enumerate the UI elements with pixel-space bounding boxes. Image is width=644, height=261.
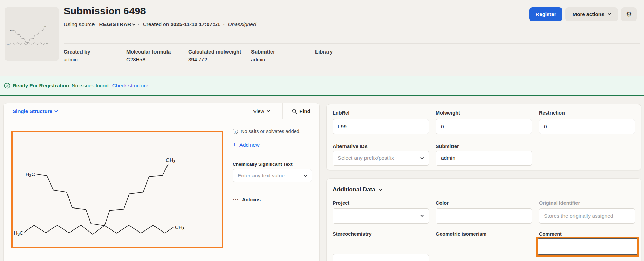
structure-toolbar: Single Structure View Find <box>4 103 319 119</box>
registration-status-bar: Ready For Registration No issues found. … <box>0 76 644 96</box>
find-button[interactable]: Find <box>282 103 320 119</box>
color-input[interactable] <box>436 208 532 224</box>
structure-canvas[interactable] <box>11 131 223 248</box>
chevron-down-icon <box>304 173 307 177</box>
search-icon <box>292 109 297 114</box>
meta-calculated-molweight: Calculated molweight 394.772 <box>188 49 241 62</box>
created-on-text: Created on 2025-11-12 17:07:51 <box>143 21 220 27</box>
salts-note-text: No salts or solvates added. <box>241 129 301 134</box>
chevron-down-icon <box>54 109 58 112</box>
color-label: Color <box>436 200 449 206</box>
status-title: Ready For Registration <box>13 83 69 88</box>
restriction-label: Restriction <box>539 110 565 116</box>
comment-highlight-box <box>536 237 639 257</box>
stereochemistry-label: Stereochemistry <box>333 231 372 237</box>
settings-button[interactable]: ⚙ <box>621 7 637 21</box>
more-actions-button[interactable]: More actions <box>565 7 618 21</box>
cst-select[interactable]: Enter any text value <box>233 169 312 182</box>
submission-subheader: Using source REGISTRAR · Created on 2025… <box>64 21 256 27</box>
check-structure-link[interactable]: Check structure... <box>112 83 153 88</box>
meta-submitter: Submitter admin <box>251 49 275 62</box>
structure-panel: Single Structure View Find i No salts or… <box>3 103 320 261</box>
alternative-ids-select[interactable]: Select any prefix/postfix <box>333 151 429 166</box>
separator-dot: · <box>138 21 139 27</box>
chevron-down-icon <box>379 187 382 191</box>
project-label: Project <box>333 200 349 206</box>
meta-created-by: Created by admin <box>64 49 90 62</box>
stereochemistry-select[interactable] <box>333 254 429 261</box>
molecule-drawing <box>13 132 222 247</box>
lnbref-input[interactable] <box>333 119 429 134</box>
panel-divider <box>226 119 226 261</box>
comment-label: Comment <box>539 231 562 237</box>
chevron-down-icon <box>132 22 136 26</box>
info-icon: i <box>233 129 238 134</box>
alternative-ids-label: Alternative IDs <box>333 144 368 149</box>
restriction-input[interactable] <box>539 119 635 134</box>
actions-button[interactable]: ⋯ Actions <box>233 196 261 203</box>
additional-data-card: Additional Data Project Color Original I… <box>326 178 641 261</box>
lnbref-label: LnbRef <box>333 110 350 116</box>
status-message: No issues found. <box>72 83 110 88</box>
section-divider <box>226 157 320 157</box>
section-divider <box>226 191 320 191</box>
assignee-status: Unassigned <box>228 21 256 27</box>
chevron-down-icon <box>267 109 270 112</box>
original-identifier-label: Original Identifier <box>539 200 580 206</box>
cst-placeholder: Enter any text value <box>238 173 285 179</box>
view-dropdown[interactable]: View <box>253 103 269 119</box>
meta-molecular-formula: Molecular formula C28H58 <box>126 49 171 62</box>
chevron-down-icon <box>420 214 424 217</box>
alternative-ids-placeholder: Select any prefix/postfix <box>338 155 394 161</box>
molweight-input[interactable] <box>436 119 532 134</box>
salts-note-row: i No salts or solvates added. <box>233 129 301 134</box>
comment-input[interactable] <box>538 238 637 255</box>
ellipsis-icon: ⋯ <box>233 196 239 203</box>
source-dropdown[interactable]: REGISTRAR <box>99 21 135 27</box>
page-title: Submission 6498 <box>64 5 146 17</box>
structure-thumbnail[interactable] <box>5 7 59 61</box>
cst-label: Chemically Significant Text <box>233 162 293 167</box>
details-card: LnbRef Molweight Restriction Alternative… <box>326 104 641 170</box>
register-button[interactable]: Register <box>529 7 562 21</box>
toolbar-divider <box>74 103 74 119</box>
submitter-label: Submitter <box>436 144 459 149</box>
chevron-down-icon <box>420 156 424 159</box>
submitter-input[interactable] <box>436 151 532 166</box>
additional-data-toggle[interactable]: Additional Data <box>333 186 382 193</box>
check-circle-icon <box>4 83 10 89</box>
plus-icon: + <box>233 142 236 148</box>
gear-icon: ⚙ <box>626 10 632 19</box>
structure-thumbnail-image <box>7 12 57 56</box>
project-select[interactable] <box>333 208 429 224</box>
original-identifier-input[interactable] <box>539 208 635 224</box>
geometric-isomerism-label: Geometric isomerism <box>436 231 486 237</box>
header-divider <box>64 43 640 44</box>
chevron-down-icon <box>608 12 611 15</box>
molweight-label: Molweight <box>436 110 460 116</box>
created-on-value: 2025-11-12 17:07:51 <box>171 21 220 27</box>
structure-mode-dropdown[interactable]: Single Structure <box>13 103 57 119</box>
using-source-label: Using source <box>64 21 95 27</box>
separator-dot: · <box>223 21 225 27</box>
add-new-button[interactable]: + Add new <box>233 142 259 148</box>
meta-library: Library <box>315 49 333 57</box>
chevron-down-icon <box>420 260 424 261</box>
